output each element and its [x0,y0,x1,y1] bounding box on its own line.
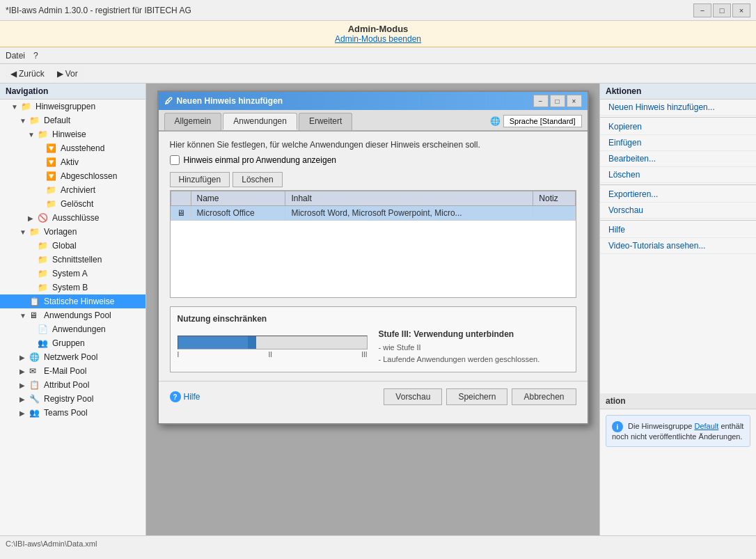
attribute-icon: 📋 [29,380,42,390]
help-link[interactable]: Hilfe [184,392,200,402]
tab-erweitert[interactable]: Erweitert [299,113,352,130]
action-einfugen[interactable]: Einfügen [600,135,756,151]
sidebar-item-default[interactable]: ▼ 📁 Default [0,113,145,127]
sidebar-item-anwendungs-pool[interactable]: ▼ 🖥 Anwendungs Pool [0,308,145,322]
sidebar-label: Attribut Pool [44,380,89,390]
sidebar-item-archiviert[interactable]: 📁 Archiviert [0,183,145,197]
sidebar-item-global[interactable]: 📁 Global [0,239,145,253]
info-link[interactable]: Default [694,422,718,430]
menu-help[interactable]: ? [33,51,38,61]
sidebar-item-statische-hinweise[interactable]: 📋 Statische Hinweise [0,294,145,308]
sidebar-item-geloscht[interactable]: 📁 Gelöscht [0,197,145,211]
sidebar-label: Hinweise [52,129,86,139]
speichern-button[interactable]: Speichern [446,388,507,405]
footer-right: Vorschau Speichern Abbrechen [384,388,576,405]
once-per-app-checkbox[interactable] [170,155,180,165]
row-icon-cell: 🖥 [171,206,191,221]
sidebar-item-email-pool[interactable]: ▶ ✉ E-Mail Pool [0,364,145,378]
folder-icon: 📁 [46,199,58,209]
folder-icon: 📁 [29,116,42,125]
content-area: 🖊 Neuen Hinweis hinzufügen − □ × Allgeme… [146,84,599,535]
maximize-button[interactable]: □ [713,3,731,17]
action-vorschau[interactable]: Vorschau [600,203,756,219]
applications-table: Name Inhalt Notiz 🖥 Microsoft Office Mic… [171,191,576,221]
abbrechen-button[interactable]: Abbrechen [512,388,576,405]
action-neuen-hinweis[interactable]: Neuen Hinweis hinzufügen... [600,100,756,116]
sidebar-label: Schnittstellen [52,255,102,265]
sidebar: Navigation ▼ 📁 Hinweisgruppen ▼ 📁 Defaul… [0,84,146,535]
sidebar-item-attribut-pool[interactable]: ▶ 📋 Attribut Pool [0,378,145,392]
col-inhalt: Inhalt [285,191,533,206]
status-bar: C:\IBI-aws\Admin\Data.xml [0,535,756,551]
dialog-icon: 🖊 [164,96,173,106]
hinzufugen-button[interactable]: Hinzufügen [170,172,230,187]
sidebar-item-netzwerk-pool[interactable]: ▶ 🌐 Netzwerk Pool [0,350,145,364]
info-box: i Die Hinweisgruppe Default enthält noch… [606,415,750,447]
expand-icon: ▶ [19,409,29,417]
row-inhalt: Microsoft Word, Microsoft Powerpoint, Mi… [285,206,533,221]
action-loschen[interactable]: Löschen [600,167,756,183]
language-button[interactable]: Sprache [Standard] [503,115,582,127]
doc-icon: 📋 [29,297,42,306]
sidebar-label: Aktiv [61,157,79,167]
sidebar-item-vorlagen[interactable]: ▼ 📁 Vorlagen [0,225,145,239]
dialog-description: Hier können Sie festlegen, für welche An… [170,140,576,150]
tab-allgemein[interactable]: Allgemein [164,113,222,130]
dialog-add-hint: 🖊 Neuen Hinweis hinzufügen − □ × Allgeme… [157,90,589,425]
minimize-button[interactable]: − [693,3,711,17]
sidebar-item-hinweisgruppen[interactable]: ▼ 📁 Hinweisgruppen [0,100,145,113]
row-name: Microsoft Office [191,206,285,221]
admin-mode-link[interactable]: Admin-Modus beenden [0,34,756,44]
sidebar-item-schnittstellen[interactable]: 📁 Schnittstellen [0,253,145,267]
sidebar-item-gruppen[interactable]: 👥 Gruppen [0,336,145,350]
sidebar-item-hinweise[interactable]: ▼ 📁 Hinweise [0,127,145,141]
sidebar-label: Ausstehend [61,143,104,153]
slider-thumb[interactable] [248,336,256,349]
toolbar: ◀ Zurück ▶ Vor [0,64,756,84]
expand-icon: ▼ [19,228,29,236]
dialog-close-button[interactable]: × [567,95,582,107]
title-bar: *IBI-aws Admin 1.30.0 - registriert für … [0,0,756,21]
registry-icon: 🔧 [29,394,42,404]
loschen-button[interactable]: Löschen [233,172,282,187]
sidebar-item-aktiv[interactable]: 🔽 Aktiv [0,155,145,169]
group-icon: 👥 [38,338,50,348]
action-kopieren[interactable]: Kopieren [600,119,756,135]
sidebar-label: Anwendungen [52,324,106,334]
expand-icon: ▼ [19,117,29,125]
menu-datei[interactable]: Datei [6,51,25,61]
sidebar-label: Default [44,116,70,125]
dialog-title: Neuen Hinweis hinzufügen [177,96,283,106]
folder-icon: 📁 [38,255,50,265]
action-hilfe[interactable]: Hilfe [600,222,756,238]
close-button[interactable]: × [732,3,750,17]
usage-section: Nutzung einschränken I II III [170,306,576,372]
sidebar-item-anwendungen[interactable]: 📄 Anwendungen [0,322,145,336]
expand-icon: ▼ [19,312,29,320]
sidebar-item-teams-pool[interactable]: ▶ 👥 Teams Pool [0,406,145,420]
slider-labels: I II III [178,351,368,359]
table-row[interactable]: 🖥 Microsoft Office Microsoft Word, Micro… [171,206,575,221]
usage-desc-2: - Laufende Anwendungen werden geschlosse… [379,354,569,365]
action-exportieren[interactable]: Exportieren... [600,187,756,203]
action-divider-2 [600,184,756,185]
sidebar-label: Registry Pool [44,394,93,404]
action-video[interactable]: Video-Tutorials ansehen... [600,238,756,254]
tab-anwendungen[interactable]: Anwendungen [223,113,297,130]
dialog-maximize-button[interactable]: □ [550,95,565,107]
sidebar-item-ausschlusse[interactable]: ▶ 🚫 Ausschlüsse [0,211,145,225]
sidebar-item-registry-pool[interactable]: ▶ 🔧 Registry Pool [0,392,145,406]
status-path: C:\IBI-aws\Admin\Data.xml [6,540,97,548]
dialog-minimize-button[interactable]: − [533,95,549,107]
forward-button[interactable]: ▶ Vor [52,67,83,81]
vorschau-button[interactable]: Vorschau [384,388,442,405]
folder-icon: 📁 [21,102,33,111]
app-icon: 🖥 [177,208,185,218]
sidebar-item-ausstehend[interactable]: 🔽 Ausstehend [0,141,145,155]
action-bearbeiten[interactable]: Bearbeiten... [600,151,756,167]
sidebar-item-system-b[interactable]: 📁 System B [0,281,145,294]
sidebar-item-abgeschlossen[interactable]: 🔽 Abgeschlossen [0,169,145,183]
sidebar-item-system-a[interactable]: 📁 System A [0,267,145,281]
sidebar-label: Anwendungs Pool [44,310,111,320]
back-button[interactable]: ◀ Zurück [6,67,49,81]
